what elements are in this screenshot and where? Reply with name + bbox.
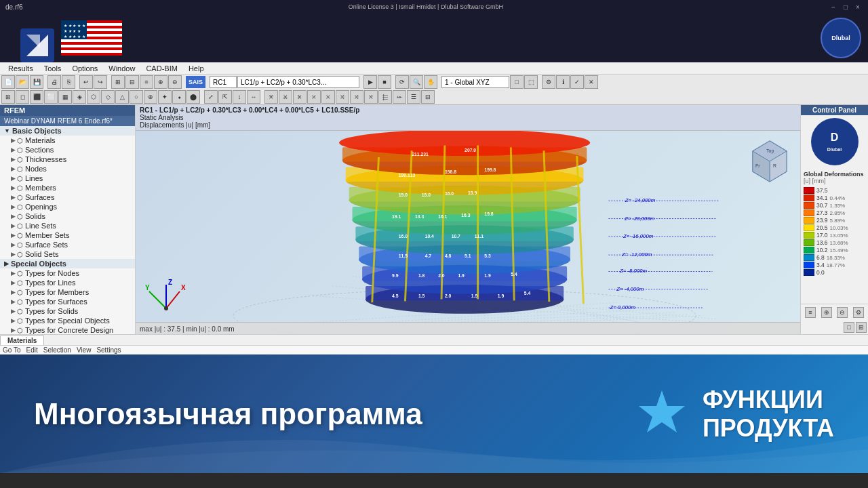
tb2-20[interactable]: ⤩ — [279, 90, 292, 104]
menu-options[interactable]: Options — [66, 62, 103, 75]
tb-btn-6[interactable]: ⊕ — [154, 75, 167, 89]
tb-stop[interactable]: ■ — [378, 75, 391, 89]
cp-btn-1[interactable]: ≡ — [805, 307, 816, 318]
tree-item-surface-sets[interactable]: ▶⬡Surface Sets — [0, 240, 135, 249]
close-button[interactable]: × — [853, 2, 863, 12]
tb-undo[interactable]: ↩ — [79, 75, 93, 89]
tb-cross[interactable]: ✕ — [585, 75, 598, 89]
tb-btn-5[interactable]: ≡ — [140, 75, 153, 89]
tree-item-nodes[interactable]: ▶⬡Nodes — [0, 164, 135, 174]
bottom-settings[interactable]: Settings — [96, 346, 121, 354]
bottom-edit[interactable]: Edit — [26, 346, 38, 354]
tb-check[interactable]: ✓ — [570, 75, 584, 89]
tb-btn-7[interactable]: ⊖ — [168, 75, 182, 89]
tb2-21[interactable]: ⤪ — [293, 90, 307, 104]
tb-btn-3[interactable]: ⊞ — [111, 75, 125, 89]
tree-item-types-for-surfaces[interactable]: ▶⬡Types for Surfaces — [0, 297, 135, 306]
tree-item-lines[interactable]: ▶⬡Lines — [0, 174, 135, 183]
bottom-goto[interactable]: Go To — [3, 346, 21, 354]
tb2-27[interactable]: ⬱ — [378, 90, 392, 104]
tb-settings[interactable]: ⚙ — [542, 75, 555, 89]
tb2-16[interactable]: ⇱ — [218, 90, 232, 104]
cp-btn-3[interactable]: ⊖ — [837, 307, 848, 318]
tree-item-openings[interactable]: ▶⬡Openings — [0, 202, 135, 211]
tb2-13[interactable]: ⬥ — [172, 90, 186, 104]
tb-print[interactable]: 🖨 — [47, 75, 61, 89]
menu-help[interactable]: Help — [183, 62, 210, 75]
tb2-29[interactable]: ☰ — [407, 90, 420, 104]
load-combo-selector[interactable]: LC1/p + LC2/p + 0.30*LC3... — [237, 76, 359, 88]
tb2-22[interactable]: ⤫ — [307, 90, 321, 104]
tb2-18[interactable]: ↔ — [247, 90, 260, 104]
tb2-25[interactable]: ⤮ — [350, 90, 363, 104]
tab-materials[interactable]: Materials — [0, 336, 44, 345]
viewport-canvas[interactable]: 4.5 1.5 2.0 1.9 1.9 5.4 9.9 1.8 2.0 1.9 … — [136, 131, 800, 334]
tb2-5[interactable]: ▦ — [58, 90, 72, 104]
tree-item-line-sets[interactable]: ▶⬡Line Sets — [0, 221, 135, 230]
tb-save[interactable]: 💾 — [30, 75, 43, 89]
tb-copy[interactable]: ⎘ — [62, 75, 75, 89]
tb2-3[interactable]: ⬛ — [30, 90, 43, 104]
tree-item-types-for-members[interactable]: ▶⬡Types for Members — [0, 287, 135, 297]
tb2-26[interactable]: ⤯ — [364, 90, 378, 104]
tree-item-sections[interactable]: ▶⬡Sections — [0, 145, 135, 155]
tree-item-thicknesses[interactable]: ▶⬡Thicknesses — [0, 155, 135, 164]
tb2-17[interactable]: ↕ — [233, 90, 246, 104]
tb2-6[interactable]: ◈ — [73, 90, 86, 104]
tb-open[interactable]: 📂 — [16, 75, 29, 89]
rc-selector[interactable]: RC1 — [210, 76, 237, 88]
menu-tools[interactable]: Tools — [39, 62, 67, 75]
tb-anim[interactable]: ⟳ — [395, 75, 409, 89]
tb-view1[interactable]: □ — [510, 75, 524, 89]
tb2-11[interactable]: ⊕ — [144, 90, 157, 104]
tb2-4[interactable]: ⬜ — [44, 90, 58, 104]
tb2-8[interactable]: ◇ — [101, 90, 115, 104]
tb-btn-4[interactable]: ⊟ — [125, 75, 139, 89]
tb2-7[interactable]: ⬡ — [87, 90, 100, 104]
menu-cad-bim[interactable]: CAD-BIM — [140, 62, 182, 75]
tb2-10[interactable]: ○ — [130, 90, 143, 104]
cube-navigator[interactable]: Top R Fr — [746, 138, 793, 185]
tb2-14[interactable]: ⬤ — [186, 90, 200, 104]
tb2-24[interactable]: ⤭ — [336, 90, 349, 104]
tb-info[interactable]: ℹ — [556, 75, 570, 89]
tb2-1[interactable]: ⊞ — [1, 90, 15, 104]
tb2-28[interactable]: ⬰ — [393, 90, 406, 104]
tree-item-solid-sets[interactable]: ▶⬡Solid Sets — [0, 249, 135, 259]
cp-btn-2[interactable]: ⊕ — [821, 307, 832, 318]
tb2-15[interactable]: ⤢ — [204, 90, 218, 104]
tb2-19[interactable]: ⤧ — [264, 90, 278, 104]
tree-item-surfaces[interactable]: ▶⬡Surfaces — [0, 192, 135, 202]
tree-section-special-objects[interactable]: ▶Special Objects — [0, 259, 135, 268]
menu-results[interactable]: Results — [3, 62, 39, 75]
cp-btn-4[interactable]: ⚙ — [853, 307, 864, 318]
minimize-button[interactable]: − — [829, 2, 838, 12]
tree-item-types-for-special-objects[interactable]: ▶⬡Types for Special Objects — [0, 316, 135, 325]
cp-view-2[interactable]: ⊞ — [856, 322, 867, 333]
tb-redo[interactable]: ↪ — [94, 75, 107, 89]
tb-pan[interactable]: ✋ — [424, 75, 437, 89]
tb-zoom[interactable]: 🔍 — [410, 75, 423, 89]
tb2-2[interactable]: ◻ — [16, 90, 29, 104]
view-selector[interactable]: 1 - Global XYZ — [441, 76, 509, 88]
tb2-9[interactable]: △ — [115, 90, 129, 104]
tree-item-solids[interactable]: ▶⬡Solids — [0, 211, 135, 221]
tb-play[interactable]: ▶ — [363, 75, 377, 89]
tree-item-types-for-concrete-design[interactable]: ▶⬡Types for Concrete Design — [0, 325, 135, 334]
tb2-30[interactable]: ⊟ — [421, 90, 435, 104]
sidebar-subheader[interactable]: Webinar DYNAM RFEM 6 Ende.rf6* — [0, 116, 135, 126]
tree-item-types-for-lines[interactable]: ▶⬡Types for Lines — [0, 278, 135, 287]
tree-item-materials[interactable]: ▶⬡Materials — [0, 136, 135, 145]
tb-view2[interactable]: ⬚ — [524, 75, 538, 89]
tree-item-member-sets[interactable]: ▶⬡Member Sets — [0, 230, 135, 240]
bottom-view[interactable]: View — [77, 346, 92, 354]
menu-window[interactable]: Window — [103, 62, 140, 75]
cp-view-1[interactable]: □ — [844, 322, 854, 333]
tree-item-types-for-solids[interactable]: ▶⬡Types for Solids — [0, 306, 135, 316]
bottom-selection[interactable]: Selection — [43, 346, 71, 354]
tree-item-members[interactable]: ▶⬡Members — [0, 183, 135, 192]
tree-item-types-for-nodes[interactable]: ▶⬡Types for Nodes — [0, 268, 135, 278]
tb2-23[interactable]: ⤬ — [321, 90, 335, 104]
tb-new[interactable]: 📄 — [1, 75, 15, 89]
tb2-12[interactable]: ✦ — [158, 90, 172, 104]
